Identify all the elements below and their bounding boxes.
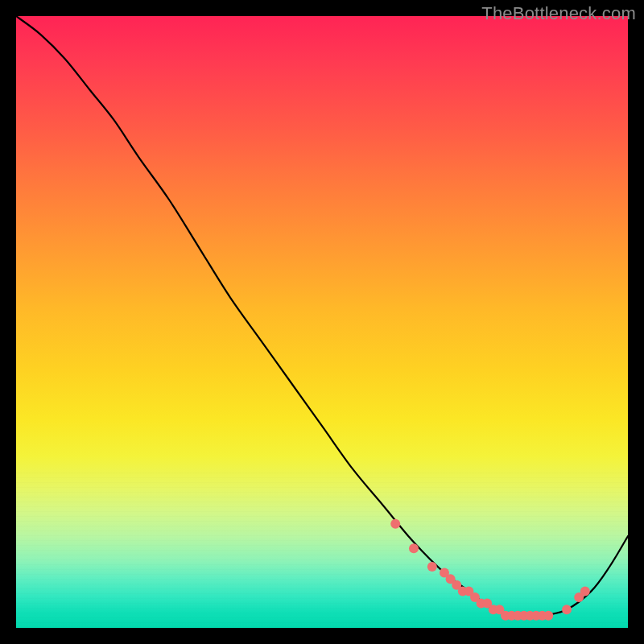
- watermark-text: TheBottleneck.com: [481, 3, 636, 24]
- plot-area: [16, 16, 628, 628]
- chart-root: TheBottleneck.com: [0, 0, 644, 644]
- background-gradient: [16, 16, 628, 628]
